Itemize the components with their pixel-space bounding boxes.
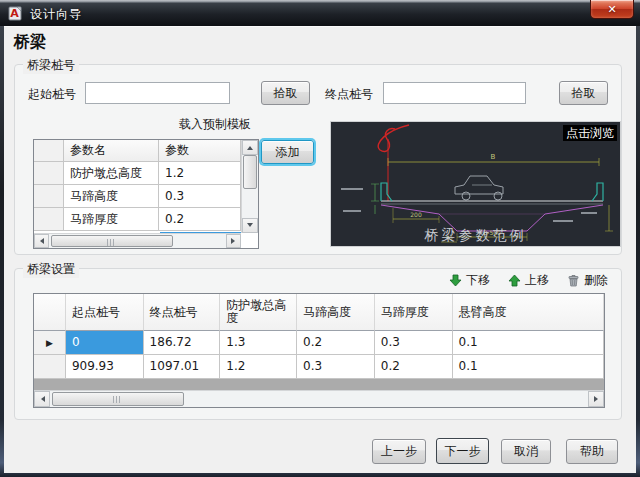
dialog-window: A 设计向导 ✕ 桥梁 桥梁桩号 起始桩号 拾取 终点桩号 拾取 载入预制模板 … — [0, 0, 640, 477]
param-table-row: 马蹄厚度 0.2 — [34, 208, 258, 231]
param-value-cell[interactable]: 0.2 — [159, 208, 241, 231]
param-value-cell[interactable]: 0.3 — [159, 185, 241, 208]
pick-end-button[interactable]: 拾取 — [559, 81, 608, 105]
row-header[interactable] — [34, 355, 66, 379]
start-station-label: 起始桩号 — [28, 86, 76, 103]
app-logo-icon: A — [8, 5, 24, 21]
bridge-preview-image[interactable]: B 200 — [330, 121, 621, 247]
title-bar[interactable]: A 设计向导 ✕ — [0, 0, 640, 26]
scroll-up-icon[interactable] — [242, 140, 258, 155]
settings-table-hscrollbar[interactable] — [34, 390, 604, 407]
template-param-table: 参数名 参数 防护墩总高度 1.2 马蹄高度 0.3 马蹄厚度 0.2 — [33, 139, 259, 249]
col-end-station[interactable]: 终点桩号 — [144, 294, 221, 331]
hscroll-thumb[interactable] — [52, 392, 184, 406]
cell-hoof-height[interactable]: 0.3 — [297, 355, 375, 379]
scroll-left-icon[interactable] — [34, 391, 50, 407]
delete-button[interactable]: 删除 — [567, 272, 608, 289]
start-station-input[interactable] — [85, 82, 230, 104]
param-table-hscrollbar[interactable] — [34, 233, 241, 248]
cell-end-station[interactable]: 186.72 — [144, 331, 221, 355]
param-table-row: 防护墩总高度 1.2 — [34, 162, 258, 185]
param-table-header-row: 参数名 参数 — [34, 140, 258, 162]
row-header[interactable] — [34, 162, 64, 185]
cancel-button[interactable]: 取消 — [501, 439, 551, 464]
close-button[interactable]: ✕ — [590, 0, 634, 19]
param-name-cell[interactable]: 马蹄厚度 — [64, 208, 159, 231]
cell-guard-height[interactable]: 1.2 — [220, 355, 297, 379]
row-header[interactable] — [34, 185, 64, 208]
cell-hoof-thickness[interactable]: 0.2 — [375, 355, 453, 379]
settings-table-corner — [34, 294, 66, 331]
svg-text:B: B — [491, 153, 496, 161]
param-table-row: 马蹄高度 0.3 — [34, 185, 258, 208]
col-guard-height[interactable]: 防护墩总高度 — [220, 294, 297, 331]
cell-start-station[interactable]: 0 — [66, 331, 144, 355]
scroll-left-icon[interactable] — [34, 234, 49, 248]
move-up-button[interactable]: 上移 — [508, 272, 549, 289]
param-table-col-name[interactable]: 参数名 — [64, 140, 159, 162]
cell-hoof-thickness[interactable]: 0.3 — [375, 331, 453, 355]
vscroll-thumb[interactable] — [243, 155, 257, 189]
settings-group-title: 桥梁设置 — [23, 261, 79, 278]
arrow-up-icon — [508, 274, 521, 287]
settings-table-header: 起点桩号 终点桩号 防护墩总高度 马蹄高度 马蹄厚度 悬臂高度 — [34, 294, 604, 331]
param-name-cell[interactable]: 马蹄高度 — [64, 185, 159, 208]
click-to-browse-badge[interactable]: 点击浏览 — [563, 125, 617, 141]
scroll-right-icon[interactable] — [226, 234, 241, 248]
help-button[interactable]: 帮助 — [566, 439, 618, 464]
previous-step-button[interactable]: 上一步 — [372, 439, 426, 464]
col-hoof-thickness[interactable]: 马蹄厚度 — [375, 294, 453, 331]
col-hoof-height[interactable]: 马蹄高度 — [297, 294, 375, 331]
load-template-label: 载入预制模板 — [130, 116, 300, 133]
cell-end-station[interactable]: 1097.01 — [144, 355, 221, 379]
current-row-marker[interactable]: ▶ — [34, 331, 66, 355]
svg-text:A: A — [10, 7, 19, 20]
scroll-down-icon[interactable] — [242, 218, 258, 233]
move-up-label: 上移 — [525, 272, 549, 289]
end-station-input[interactable] — [383, 82, 526, 104]
param-table-vscrollbar[interactable] — [241, 140, 258, 233]
cell-cantilever-height[interactable]: 0.1 — [453, 331, 604, 355]
param-value-cell[interactable]: 1.2 — [159, 162, 241, 185]
page-title: 桥梁 — [14, 32, 46, 53]
settings-table-row: 909.93 1097.01 1.2 0.3 0.2 0.1 — [34, 355, 604, 379]
row-header[interactable] — [34, 208, 64, 231]
station-group-title: 桥梁桩号 — [23, 57, 79, 74]
scroll-right-icon[interactable] — [588, 391, 604, 407]
move-down-label: 下移 — [466, 272, 490, 289]
move-down-button[interactable]: 下移 — [449, 272, 490, 289]
svg-text:200: 200 — [410, 211, 422, 218]
param-name-cell[interactable]: 防护墩总高度 — [64, 162, 159, 185]
cell-start-station[interactable]: 909.93 — [66, 355, 144, 379]
preview-caption: 桥梁参数范例 — [331, 227, 620, 245]
col-start-station[interactable]: 起点桩号 — [66, 294, 144, 331]
param-table-corner — [34, 140, 64, 162]
cell-cantilever-height[interactable]: 0.1 — [453, 355, 604, 379]
pick-start-button[interactable]: 拾取 — [261, 81, 310, 105]
arrow-down-icon — [449, 274, 462, 287]
settings-table: 起点桩号 终点桩号 防护墩总高度 马蹄高度 马蹄厚度 悬臂高度 ▶ 0 186.… — [33, 293, 605, 408]
cell-hoof-height[interactable]: 0.2 — [297, 331, 375, 355]
grid-toolbar: 下移 上移 删除 — [378, 272, 608, 288]
cell-guard-height[interactable]: 1.3 — [220, 331, 297, 355]
col-cantilever-height[interactable]: 悬臂高度 — [453, 294, 604, 331]
delete-label: 删除 — [584, 272, 608, 289]
window-title: 设计向导 — [30, 6, 82, 23]
dialog-client-area: 桥梁 桥梁桩号 起始桩号 拾取 终点桩号 拾取 载入预制模板 参数名 参数 防护… — [4, 26, 636, 473]
next-step-button[interactable]: 下一步 — [436, 438, 489, 464]
settings-table-row: ▶ 0 186.72 1.3 0.2 0.3 0.1 — [34, 331, 604, 355]
hscroll-thumb[interactable] — [51, 235, 173, 247]
add-button[interactable]: 添加 — [261, 140, 314, 164]
end-station-label: 终点桩号 — [325, 86, 373, 103]
param-table-col-value[interactable]: 参数 — [159, 140, 241, 162]
trash-icon — [567, 274, 580, 287]
